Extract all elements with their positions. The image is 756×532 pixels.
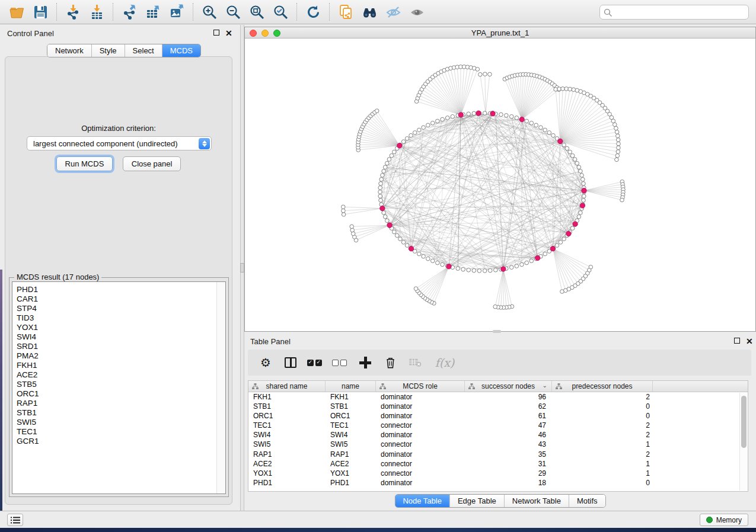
graph-mcds-node[interactable] bbox=[380, 206, 385, 211]
graph-node[interactable] bbox=[390, 153, 394, 158]
control-panel-float-icon[interactable] bbox=[213, 30, 219, 37]
graph-edge[interactable] bbox=[387, 164, 575, 225]
mcds-result-item[interactable]: STB5 bbox=[12, 380, 225, 389]
graph-node[interactable] bbox=[580, 174, 584, 178]
network-canvas[interactable] bbox=[245, 39, 755, 331]
graph-edge[interactable] bbox=[505, 79, 522, 120]
graph-edge[interactable] bbox=[560, 117, 612, 141]
graph-node[interactable] bbox=[401, 140, 406, 144]
graph-edge[interactable] bbox=[438, 236, 567, 263]
graph-node[interactable] bbox=[472, 268, 476, 273]
graph-mcds-node[interactable] bbox=[573, 222, 578, 226]
graph-node[interactable] bbox=[451, 114, 455, 118]
graph-node[interactable] bbox=[461, 267, 465, 271]
graph-node[interactable] bbox=[617, 146, 621, 150]
graph-node[interactable] bbox=[515, 264, 519, 268]
graph-edge[interactable] bbox=[553, 249, 569, 289]
graph-edge[interactable] bbox=[560, 93, 584, 142]
column-header-successor-nodes[interactable]: successor nodes⌄ bbox=[465, 381, 552, 392]
graph-edge[interactable] bbox=[498, 269, 503, 307]
graph-node[interactable] bbox=[565, 146, 569, 150]
graph-edge[interactable] bbox=[461, 67, 467, 115]
graph-edge[interactable] bbox=[560, 102, 600, 141]
graph-node[interactable] bbox=[562, 237, 566, 241]
graph-node[interactable] bbox=[568, 150, 572, 154]
network-window-titlebar[interactable]: YPA_prune.txt_1 bbox=[245, 27, 755, 39]
graph-node[interactable] bbox=[616, 138, 620, 142]
graph-node[interactable] bbox=[559, 241, 563, 245]
graph-edge[interactable] bbox=[457, 67, 461, 115]
mcds-list-scrollbar[interactable] bbox=[216, 282, 225, 493]
export-image-icon[interactable] bbox=[165, 2, 189, 22]
graph-mcds-node[interactable] bbox=[490, 111, 495, 116]
graph-node[interactable] bbox=[483, 111, 487, 116]
table-tab-motifs[interactable]: Motifs bbox=[569, 495, 605, 507]
graph-edge[interactable] bbox=[560, 142, 618, 148]
graph-edge[interactable] bbox=[486, 74, 490, 113]
graph-edge[interactable] bbox=[400, 146, 541, 257]
graph-edge[interactable] bbox=[421, 267, 449, 295]
graph-edge[interactable] bbox=[503, 269, 504, 307]
graph-edge[interactable] bbox=[432, 267, 449, 302]
graph-mcds-node[interactable] bbox=[550, 246, 555, 251]
zoom-selected-icon[interactable] bbox=[269, 2, 292, 22]
graph-node[interactable] bbox=[405, 243, 409, 248]
graph-edge[interactable] bbox=[362, 129, 400, 146]
graph-node[interactable] bbox=[413, 131, 417, 135]
graph-node[interactable] bbox=[483, 72, 487, 76]
refresh-view-icon[interactable] bbox=[301, 2, 325, 22]
graph-node[interactable] bbox=[575, 161, 579, 165]
mcds-result-item[interactable]: ACE2 bbox=[12, 370, 225, 380]
add-column-icon[interactable] bbox=[357, 354, 374, 371]
table-row[interactable]: ORC1ORC1dominator610 bbox=[248, 411, 748, 421]
graph-mcds-node[interactable] bbox=[582, 188, 586, 193]
graph-node[interactable] bbox=[615, 158, 619, 162]
graph-edge[interactable] bbox=[454, 68, 461, 115]
graph-node[interactable] bbox=[393, 150, 397, 154]
graph-edge[interactable] bbox=[426, 84, 461, 115]
graph-mcds-node[interactable] bbox=[519, 117, 524, 121]
graph-node[interactable] bbox=[382, 211, 386, 215]
graph-node[interactable] bbox=[577, 165, 581, 169]
mcds-result-item[interactable]: PHD1 bbox=[12, 285, 225, 294]
graph-edge[interactable] bbox=[522, 88, 557, 120]
graph-edge[interactable] bbox=[344, 209, 382, 214]
zoom-out-icon[interactable] bbox=[221, 2, 245, 22]
graph-node[interactable] bbox=[614, 126, 618, 130]
graph-mcds-node[interactable] bbox=[446, 264, 451, 269]
graph-node[interactable] bbox=[613, 123, 617, 127]
delete-column-icon[interactable] bbox=[382, 354, 398, 371]
graph-node[interactable] bbox=[543, 128, 547, 132]
graph-edge[interactable] bbox=[434, 267, 449, 303]
show-columns-icon[interactable] bbox=[282, 354, 299, 371]
graph-node[interactable] bbox=[342, 209, 346, 213]
graph-edge[interactable] bbox=[560, 129, 616, 142]
table-panel-close-icon[interactable]: ✕ bbox=[746, 338, 753, 345]
graph-node[interactable] bbox=[382, 169, 386, 174]
graph-node[interactable] bbox=[561, 87, 565, 91]
graph-edge[interactable] bbox=[480, 75, 486, 113]
table-scrollbar-track[interactable] bbox=[739, 393, 747, 491]
graph-node[interactable] bbox=[505, 114, 509, 118]
graph-node[interactable] bbox=[445, 116, 449, 120]
graph-node[interactable] bbox=[551, 133, 556, 137]
mcds-result-item[interactable]: SRD1 bbox=[12, 342, 225, 351]
column-header-MCDS-role[interactable]: MCDS role bbox=[376, 381, 465, 392]
graph-node[interactable] bbox=[426, 257, 430, 261]
graph-edge[interactable] bbox=[384, 142, 560, 172]
copy-network-icon[interactable] bbox=[334, 2, 358, 22]
graph-edge[interactable] bbox=[452, 213, 580, 267]
graph-mcds-node[interactable] bbox=[397, 143, 402, 148]
first-neighbors-icon[interactable] bbox=[358, 2, 381, 22]
table-scrollbar-thumb[interactable] bbox=[741, 396, 747, 448]
graph-edge[interactable] bbox=[560, 100, 597, 141]
graph-node[interactable] bbox=[515, 116, 519, 120]
graph-node[interactable] bbox=[582, 198, 586, 203]
graph-node[interactable] bbox=[378, 194, 382, 198]
graph-node[interactable] bbox=[398, 237, 403, 241]
graph-edge[interactable] bbox=[358, 146, 400, 148]
mcds-result-item[interactable]: FKH1 bbox=[12, 361, 225, 370]
table-row[interactable]: ACE2ACE2connector311 bbox=[248, 459, 748, 469]
graph-node[interactable] bbox=[509, 114, 513, 118]
graph-mcds-node[interactable] bbox=[535, 255, 540, 260]
